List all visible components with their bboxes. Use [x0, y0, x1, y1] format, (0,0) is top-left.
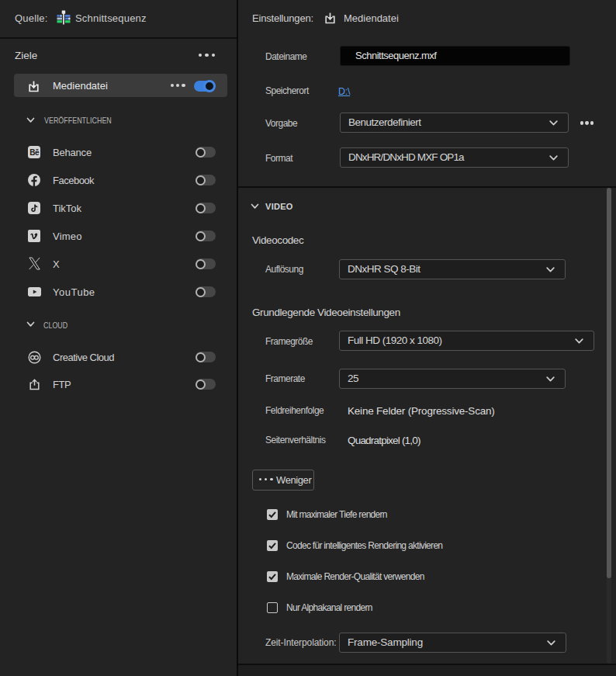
svg-text:Bē: Bē: [29, 148, 40, 157]
